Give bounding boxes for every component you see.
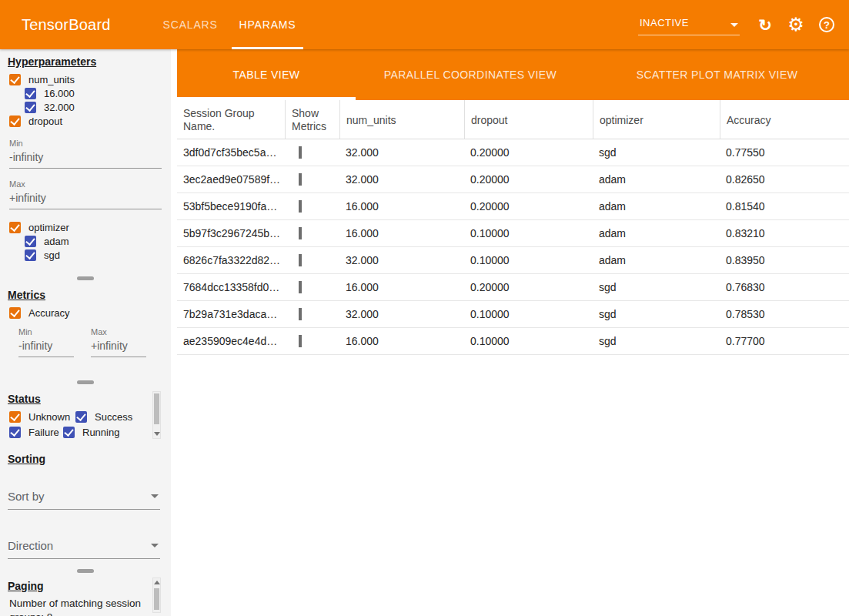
tab-scalars[interactable]: SCALARS [152, 0, 229, 49]
scroll-down-arrow-icon[interactable] [154, 432, 160, 436]
optimizer-cell: sgd [593, 335, 720, 347]
hparam-optimizer-row: optimizer [0, 220, 171, 234]
dropout-cell: 0.20000 [464, 281, 593, 293]
chevron-down-icon [151, 544, 159, 547]
accuracy-cell: 0.83210 [720, 227, 849, 239]
column-header-dropout: dropout [464, 100, 593, 139]
optimizer-checkbox[interactable] [9, 222, 21, 233]
help-button[interactable]: ? [817, 15, 837, 35]
status-success-checkbox[interactable] [75, 411, 87, 423]
pane-resize-handle[interactable] [77, 569, 94, 573]
num-units-label: num_units [28, 74, 75, 85]
status-scrollbar[interactable] [152, 391, 161, 439]
optimizer-adam-checkbox[interactable] [25, 236, 36, 247]
table-row[interactable]: 3df0d7cf35bec5a… 32.000 0.20000 sgd 0.77… [177, 139, 849, 166]
column-header-session-group-name: Session Group Name. [177, 100, 285, 139]
refresh-button[interactable]: ↻ [755, 15, 775, 35]
optimizer-adam-label: adam [44, 236, 69, 247]
optimizer-cell: adam [593, 227, 720, 239]
settings-button[interactable]: ⚙ [786, 15, 806, 35]
show-metrics-checkbox[interactable] [299, 335, 302, 347]
direction-select[interactable]: Direction [8, 539, 160, 559]
show-metrics-checkbox[interactable] [299, 200, 302, 213]
num-units-32-checkbox[interactable] [25, 102, 36, 113]
show-metrics-checkbox[interactable] [299, 173, 302, 186]
metric-max-input[interactable]: +infinity [91, 340, 128, 352]
dropout-checkbox[interactable] [9, 116, 21, 127]
session-group-name: 6826c7fa3322d82… [177, 254, 285, 266]
dropout-min-input[interactable]: -infinity [9, 151, 43, 163]
optimizer-cell: adam [593, 200, 720, 213]
accuracy-checkbox[interactable] [9, 307, 21, 319]
sort-by-select[interactable]: Sort by [8, 490, 160, 510]
optimizer-sgd-label: sgd [44, 249, 60, 261]
hyperparameters-heading: Hyperparameters [8, 55, 171, 68]
session-group-name: 3ec2aed9e07589f… [177, 173, 285, 186]
scroll-up-arrow-icon[interactable] [154, 581, 160, 584]
table-row[interactable]: 5b97f3c2967245b… 16.000 0.10000 adam 0.8… [177, 220, 849, 247]
scrollbar-thumb[interactable] [154, 588, 159, 610]
show-metrics-checkbox[interactable] [299, 281, 302, 293]
optimizer-sgd-checkbox[interactable] [25, 249, 36, 261]
optimizer-cell: adam [593, 173, 720, 186]
pane-resize-handle[interactable] [77, 380, 94, 384]
topbar-actions: INACTIVE ↻ ⚙ ? [638, 14, 849, 35]
view-tab-table[interactable]: TABLE VIEW [177, 49, 356, 100]
show-metrics-checkbox[interactable] [299, 146, 302, 159]
num-units-16-label: 16.000 [44, 88, 75, 99]
scrollbar-thumb[interactable] [154, 393, 159, 424]
session-group-name: 3df0d7cf35bec5a… [177, 146, 285, 159]
view-tab-parallel-coordinates[interactable]: PARALLEL COORDINATES VIEW [356, 49, 585, 100]
show-metrics-checkbox[interactable] [299, 227, 302, 239]
tab-hparams[interactable]: HPARAMS [229, 0, 307, 49]
optimizer-cell: sgd [593, 281, 720, 293]
chevron-down-icon [730, 23, 738, 27]
metric-min-max-row: Min -infinity Max +infinity [0, 327, 171, 357]
table-row[interactable]: 6826c7fa3322d82… 32.000 0.10000 adam 0.8… [177, 247, 849, 274]
table-row[interactable]: 53bf5bece9190fa… 16.000 0.20000 adam 0.8… [177, 193, 849, 220]
status-unknown-label: Unknown [28, 411, 70, 423]
session-group-name: 5b97f3c2967245b… [177, 227, 285, 239]
status-option-unknown: Unknown [9, 410, 75, 424]
paging-scrollbar[interactable] [152, 578, 161, 613]
dropout-cell: 0.20000 [464, 146, 593, 159]
show-metrics-checkbox[interactable] [299, 308, 302, 320]
hparams-sidebar: Hyperparameters num_units 16.000 32.000 … [0, 49, 171, 616]
status-running-checkbox[interactable] [63, 427, 75, 438]
status-options: Unknown Success Failure Running [0, 410, 151, 440]
num-units-checkbox[interactable] [9, 74, 21, 85]
dropout-cell: 0.10000 [464, 254, 593, 266]
dropout-cell: 0.20000 [464, 200, 593, 213]
dropout-max-input[interactable]: +infinity [9, 192, 46, 204]
table-row[interactable]: 3ec2aed9e07589f… 32.000 0.20000 adam 0.8… [177, 166, 849, 193]
accuracy-cell: 0.78530 [720, 308, 849, 320]
table-row[interactable]: 7684dcc13358fd0… 16.000 0.20000 sgd 0.76… [177, 274, 849, 301]
reload-status-value: INACTIVE [640, 17, 689, 28]
paging-summary: Number of matching session groups: 8 [9, 597, 149, 616]
pane-resize-handle[interactable] [77, 276, 94, 280]
show-metrics-checkbox[interactable] [299, 254, 302, 266]
metrics-pane: Metrics Accuracy Min -infinity Max +infi… [0, 283, 171, 378]
num-units-cell: 16.000 [339, 335, 464, 347]
dropout-cell: 0.10000 [464, 227, 593, 239]
view-tab-scatter-plot-matrix[interactable]: SCATTER PLOT MATRIX VIEW [585, 49, 849, 100]
table-row[interactable]: ae235909ec4e4d… 16.000 0.10000 sgd 0.777… [177, 328, 849, 355]
status-success-label: Success [95, 411, 132, 423]
status-sorting-pane: Status Unknown Success Failure Running [0, 387, 171, 567]
accuracy-cell: 0.81540 [720, 200, 849, 213]
hparam-dropout-row: dropout [0, 114, 171, 128]
dropout-cell: 0.10000 [464, 308, 593, 320]
status-unknown-checkbox[interactable] [9, 411, 21, 423]
reload-status-select[interactable]: INACTIVE [638, 14, 740, 35]
metric-min-label: Min [18, 327, 74, 336]
view-tabs: TABLE VIEW PARALLEL COORDINATES VIEW SCA… [177, 49, 849, 100]
session-group-name: 7b29a731e3daca… [177, 308, 285, 320]
status-failure-checkbox[interactable] [9, 427, 21, 438]
table-row[interactable]: 7b29a731e3daca… 32.000 0.10000 sgd 0.785… [177, 301, 849, 328]
metrics-heading: Metrics [8, 289, 171, 301]
metric-min-input[interactable]: -infinity [18, 340, 52, 352]
session-group-name: 53bf5bece9190fa… [177, 200, 285, 213]
session-group-name: 7684dcc13358fd0… [177, 281, 285, 293]
num-units-16-checkbox[interactable] [25, 88, 36, 99]
chevron-down-icon [151, 494, 159, 498]
